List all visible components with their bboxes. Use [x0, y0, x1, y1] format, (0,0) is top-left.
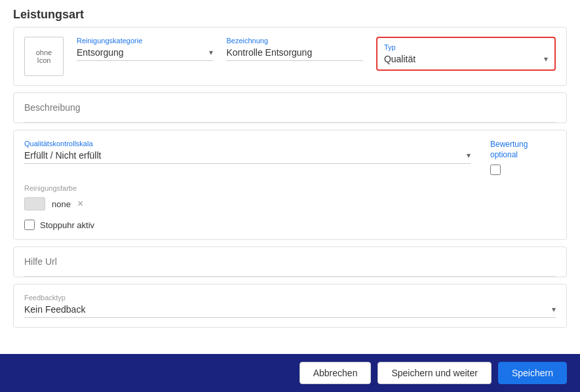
qualitaetskontrollskala-select[interactable]: Erfüllt / Nicht erfüllt 1-5 1-10 — [24, 150, 467, 161]
qualitaetskontrollskala-field: Qualitätskontrollskala Erfüllt / Nicht e… — [24, 140, 471, 164]
quality-row: Qualitätskontrollskala Erfüllt / Nicht e… — [24, 140, 556, 175]
feedbacktyp-label: Feedbacktyp — [24, 294, 556, 302]
icon-line2: Icon — [37, 56, 51, 64]
reinigungskategorie-group: Reinigungskategorie Entsorgung Reinigung… — [77, 37, 213, 61]
bezeichnung-label: Bezeichnung — [226, 37, 362, 45]
bewertung-checkbox-container — [490, 165, 556, 175]
feedbacktyp-select[interactable]: Kein Feedback Einfach Detailliert — [24, 304, 552, 315]
save-button[interactable]: Speichern — [498, 362, 567, 384]
bewertung-field: Bewertung optional — [490, 140, 556, 175]
beschreibung-underline — [24, 122, 556, 123]
farbe-row: none × — [24, 197, 556, 210]
hilfe-url-input[interactable] — [14, 247, 566, 276]
reinigungsfarbe-label: Reinigungsfarbe — [24, 184, 556, 192]
save-continue-button[interactable]: Speichern und weiter — [377, 362, 492, 384]
qualitaetskontrollskala-label: Qualitätskontrollskala — [24, 140, 471, 147]
quality-section: Qualitätskontrollskala Erfüllt / Nicht e… — [13, 130, 567, 240]
farbe-color-box[interactable] — [24, 197, 45, 210]
farbe-value: none — [52, 199, 71, 209]
hilfe-url-underline — [24, 276, 556, 277]
qualitaetskontrollskala-dropdown-wrapper: Erfüllt / Nicht erfüllt 1-5 1-10 ▾ — [24, 150, 471, 164]
top-section: ohne Icon Reinigungskategorie Entsorgung… — [13, 27, 567, 86]
typ-select[interactable]: Qualität Standard Basis — [384, 54, 544, 64]
beschreibung-input[interactable] — [14, 93, 566, 122]
icon-line1: ohne — [36, 49, 52, 56]
stoppuhr-checkbox[interactable] — [24, 220, 35, 230]
bewertung-checkbox[interactable] — [490, 165, 501, 175]
footer: Abbrechen Speichern und weiter Speichern — [0, 354, 580, 392]
stoppuhr-row: Stoppuhr aktiv — [24, 220, 556, 230]
reinigungskategorie-select[interactable]: Entsorgung Reinigung Kontrolle — [77, 47, 209, 58]
feedbacktyp-dropdown-wrapper: Kein Feedback Einfach Detailliert ▾ — [24, 304, 556, 318]
feedbacktyp-arrow-icon: ▾ — [552, 305, 556, 314]
main-content: ohne Icon Reinigungskategorie Entsorgung… — [0, 27, 580, 354]
typ-section: Typ Qualität Standard Basis ▾ — [376, 37, 556, 71]
beschreibung-section — [13, 92, 567, 123]
qualitaetskontrollskala-arrow-icon: ▾ — [467, 151, 471, 160]
bezeichnung-group: Bezeichnung Kontrolle Entsorgung — [226, 37, 362, 61]
typ-label: Typ — [384, 43, 548, 51]
reinigungskategorie-dropdown-wrapper: Entsorgung Reinigung Kontrolle ▾ — [77, 47, 213, 61]
bewertung-label: Bewertung — [490, 140, 556, 149]
typ-arrow-icon: ▾ — [544, 54, 548, 64]
stoppuhr-label: Stoppuhr aktiv — [40, 220, 94, 230]
farbe-clear-icon[interactable]: × — [77, 199, 83, 209]
hilfe-url-section — [13, 246, 567, 277]
optional-text: optional — [490, 150, 556, 159]
reinigungskategorie-arrow-icon: ▾ — [209, 48, 213, 57]
page-title: Leistungsart — [0, 0, 580, 27]
bezeichnung-value: Kontrolle Entsorgung — [226, 47, 362, 61]
reinigungskategorie-label: Reinigungskategorie — [77, 37, 213, 45]
feedbacktyp-section: Feedbacktyp Kein Feedback Einfach Detail… — [13, 284, 567, 328]
typ-dropdown-wrapper: Qualität Standard Basis ▾ — [384, 54, 548, 64]
reinigungsfarbe-group: Reinigungsfarbe none × — [24, 184, 556, 210]
cancel-button[interactable]: Abbrechen — [300, 362, 372, 384]
icon-box: ohne Icon — [24, 37, 64, 76]
